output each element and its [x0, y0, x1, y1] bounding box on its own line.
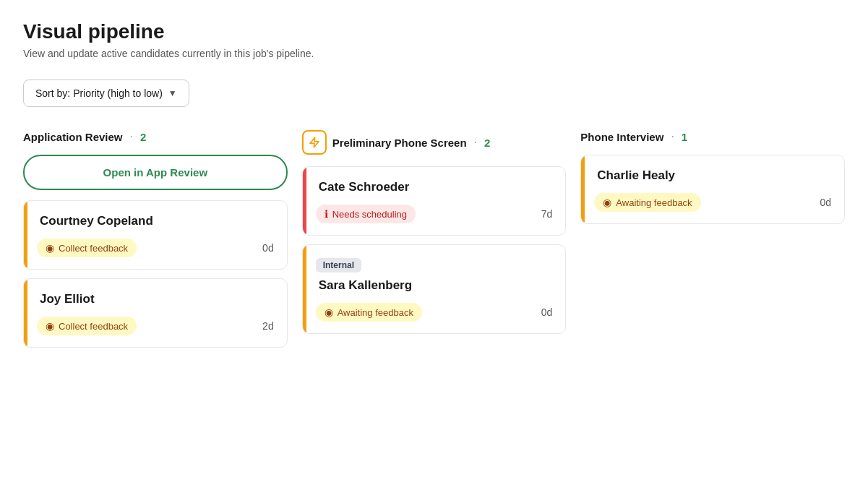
card-days: 7d	[541, 208, 553, 220]
column-phone-interview: Phone Interview · 1 Charlie Healy ◉ Awai…	[580, 130, 845, 233]
page-title: Visual pipeline	[23, 20, 845, 43]
card-days: 0d	[262, 242, 274, 254]
candidate-name: Charlie Healy	[597, 168, 831, 183]
badge-label: Collect feedback	[59, 321, 128, 332]
column-header-application-review: Application Review · 2	[23, 130, 288, 143]
candidate-name: Courtney Copeland	[40, 214, 274, 228]
column-application-review: Application Review · 2 Open in App Revie…	[23, 130, 288, 356]
page-subtitle: View and update active candidates curren…	[23, 48, 845, 59]
candidate-name: Cate Schroeder	[319, 180, 553, 194]
info-icon: ℹ	[325, 208, 328, 220]
candidate-name: Joy Elliot	[40, 292, 274, 306]
column-title: Application Review	[23, 131, 123, 143]
card-footer: ◉ Collect feedback 2d	[37, 317, 274, 335]
column-count[interactable]: 2	[140, 131, 146, 143]
svg-marker-0	[310, 137, 319, 147]
open-in-app-review-button[interactable]: Open in App Review	[23, 155, 288, 190]
feedback-icon: ◉	[46, 320, 54, 332]
feedback-icon: ◉	[325, 306, 333, 318]
candidate-card[interactable]: Courtney Copeland ◉ Collect feedback 0d	[23, 200, 288, 270]
badge-label: Collect feedback	[59, 243, 128, 254]
column-count[interactable]: 2	[484, 137, 490, 149]
feedback-icon: ◉	[46, 242, 54, 254]
badge-label: Awaiting feedback	[616, 197, 692, 208]
candidate-card[interactable]: Joy Elliot ◉ Collect feedback 2d	[23, 278, 288, 348]
sort-dropdown[interactable]: Sort by: Priority (high to low) ▼	[23, 80, 189, 107]
pipeline-columns: Application Review · 2 Open in App Revie…	[23, 130, 845, 356]
candidate-card[interactable]: Cate Schroeder ℹ Needs scheduling 7d	[302, 166, 567, 236]
card-footer: ◉ Collect feedback 0d	[37, 239, 274, 257]
status-badge: ℹ Needs scheduling	[316, 205, 416, 223]
sort-label: Sort by: Priority (high to low)	[35, 87, 163, 99]
card-footer: ◉ Awaiting feedback 0d	[594, 193, 831, 212]
column-dot: ·	[130, 130, 133, 143]
column-dot: ·	[671, 130, 674, 143]
column-count[interactable]: 1	[682, 131, 687, 143]
candidate-card[interactable]: Internal Sara Kallenberg ◉ Awaiting feed…	[302, 244, 567, 334]
badge-label: Awaiting feedback	[338, 307, 413, 318]
card-footer: ◉ Awaiting feedback 0d	[316, 303, 553, 322]
badge-label: Needs scheduling	[332, 209, 407, 220]
card-days: 2d	[262, 320, 274, 332]
card-days: 0d	[541, 306, 553, 318]
column-dot: ·	[474, 136, 477, 149]
feedback-icon: ◉	[603, 197, 611, 208]
column-header-preliminary-phone-screen: Preliminary Phone Screen · 2	[302, 130, 567, 155]
card-days: 0d	[820, 197, 831, 208]
chevron-down-icon: ▼	[168, 88, 177, 98]
column-preliminary-phone-screen: Preliminary Phone Screen · 2 Cate Schroe…	[302, 130, 567, 343]
status-badge: ◉ Collect feedback	[37, 317, 137, 335]
candidate-name: Sara Kallenberg	[319, 278, 553, 293]
lightning-icon	[302, 130, 327, 155]
column-header-phone-interview: Phone Interview · 1	[580, 130, 845, 143]
status-badge: ◉ Collect feedback	[37, 239, 137, 257]
status-badge: ◉ Awaiting feedback	[316, 303, 422, 322]
column-title: Preliminary Phone Screen	[332, 137, 467, 149]
column-title: Phone Interview	[580, 131, 663, 143]
card-footer: ℹ Needs scheduling 7d	[316, 205, 553, 223]
internal-tag: Internal	[316, 258, 553, 278]
status-badge: ◉ Awaiting feedback	[594, 193, 700, 212]
candidate-card[interactable]: Charlie Healy ◉ Awaiting feedback 0d	[580, 155, 845, 224]
